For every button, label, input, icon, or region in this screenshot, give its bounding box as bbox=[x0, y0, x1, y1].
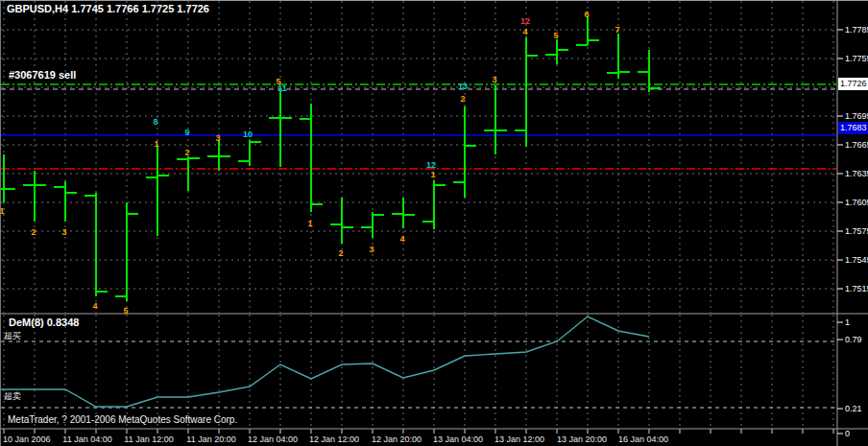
dem-indicator-line bbox=[1, 317, 649, 407]
chart-canvas[interactable] bbox=[1, 1, 868, 446]
metatrader-chart-window: GBPUSD,H4 1.7745 1.7766 1.7725 1.7726 #3… bbox=[0, 0, 868, 446]
